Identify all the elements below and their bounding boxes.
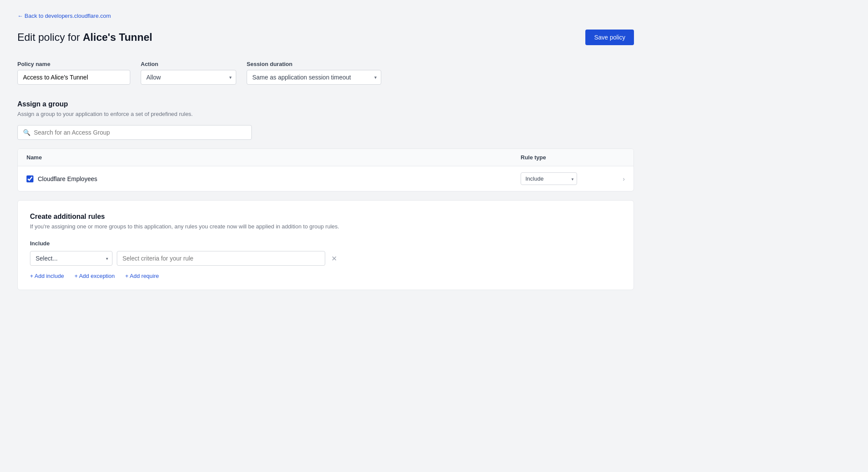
criteria-type-select[interactable]: Select... Emails Email Domains Country I… (30, 251, 112, 266)
access-groups-table: Name Rule type Cloudflare Employees Incl… (17, 149, 634, 191)
access-group-search-box[interactable]: 🔍 (17, 125, 252, 140)
col-name-header: Name (26, 154, 521, 161)
row-expand-icon[interactable]: › (607, 175, 625, 182)
add-links-row: + Add include + Add exception + Add requ… (30, 273, 621, 279)
assign-group-desc: Assign a group to your application to en… (17, 111, 634, 117)
assign-group-title: Assign a group (17, 100, 634, 108)
clear-criteria-button[interactable]: ✕ (330, 253, 339, 264)
criteria-value-input[interactable] (117, 251, 325, 266)
additional-rules-title: Create additional rules (30, 213, 621, 221)
action-label: Action (141, 61, 236, 67)
back-link[interactable]: ← Back to developers.cloudflare.com (17, 13, 111, 19)
save-policy-button[interactable]: Save policy (585, 30, 634, 45)
policy-name-label: Policy name (17, 61, 130, 67)
session-select-wrapper: Same as application session timeout 30 m… (247, 70, 381, 85)
rule-include-row: Select... Emails Email Domains Country I… (30, 251, 621, 266)
action-select[interactable]: Allow Block Bypass (141, 70, 236, 85)
row-name-label: Cloudflare Employees (38, 175, 97, 182)
title-bold: Alice's Tunnel (83, 31, 152, 43)
additional-rules-section: Create additional rules If you're assign… (17, 200, 634, 290)
col-ruletype-header: Rule type (521, 154, 607, 161)
row-name-cell: Cloudflare Employees (26, 175, 521, 182)
page-header: Edit policy for Alice's Tunnel Save poli… (17, 30, 634, 45)
title-prefix: Edit policy for (17, 31, 83, 43)
table-row: Cloudflare Employees Include Exclude Req… (18, 166, 634, 191)
table-header: Name Rule type (18, 149, 634, 166)
assign-group-section: Assign a group Assign a group to your ap… (17, 100, 634, 191)
session-duration-label: Session duration (247, 61, 381, 67)
row-checkbox[interactable] (26, 175, 33, 182)
policy-name-input[interactable] (17, 70, 130, 85)
page-title: Edit policy for Alice's Tunnel (17, 31, 152, 43)
access-group-search-input[interactable] (34, 129, 246, 136)
session-duration-group: Session duration Same as application ses… (247, 61, 381, 85)
rule-type-select-wrapper: Include Exclude Require ▾ (521, 172, 577, 185)
add-include-link[interactable]: + Add include (30, 273, 64, 279)
include-label: Include (30, 240, 621, 247)
row-ruletype-cell: Include Exclude Require ▾ (521, 172, 607, 185)
action-select-wrapper: Allow Block Bypass ▾ (141, 70, 236, 85)
add-exception-link[interactable]: + Add exception (74, 273, 115, 279)
search-icon: 🔍 (23, 129, 30, 136)
criteria-type-select-wrapper: Select... Emails Email Domains Country I… (30, 251, 112, 266)
policy-name-group: Policy name (17, 61, 130, 85)
session-duration-select[interactable]: Same as application session timeout 30 m… (247, 70, 381, 85)
policy-form-row: Policy name Action Allow Block Bypass ▾ … (17, 61, 634, 85)
rule-type-select[interactable]: Include Exclude Require (521, 172, 577, 185)
add-require-link[interactable]: + Add require (125, 273, 159, 279)
additional-rules-desc: If you're assigning one or more groups t… (30, 223, 621, 230)
action-group: Action Allow Block Bypass ▾ (141, 61, 236, 85)
